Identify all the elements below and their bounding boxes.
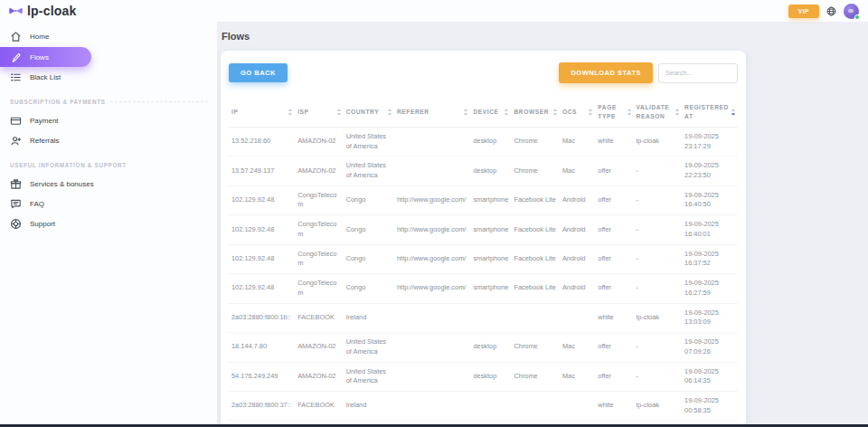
sort-icon (553, 109, 557, 116)
cell-browser: Chrome (511, 157, 559, 185)
table-row[interactable]: 54.176.249.249 AMAZON-02 United States o… (229, 362, 738, 391)
cell-ocs (560, 392, 595, 421)
sidebar-item-black-list[interactable]: Black List (0, 68, 217, 87)
column-header-inner: IP (231, 108, 292, 117)
cell-country: Congo (344, 185, 394, 214)
sidebar-item-label: Flows (30, 53, 49, 62)
cell-page-type: white (595, 392, 633, 421)
cell-device: desktop (470, 127, 511, 156)
cell-registered-at: 19-09-2025 06:14:35 (682, 362, 738, 391)
cell-browser: Facebook Lite (511, 274, 559, 303)
column-header[interactable]: IP (229, 98, 295, 127)
column-header[interactable]: ISP (295, 98, 343, 127)
cell-browser: Chrome (511, 333, 559, 362)
cell-ocs: Android (560, 215, 595, 244)
sidebar-item-home[interactable]: Home (0, 27, 217, 46)
cell-browser: Chrome (511, 362, 559, 391)
cell-validate-reason: - (634, 157, 682, 185)
sort-icon (675, 109, 679, 116)
column-header[interactable]: Browser (511, 98, 559, 127)
support-icon (10, 218, 22, 230)
cell-isp: FACEBOOK (295, 392, 343, 421)
app-logo[interactable]: lp-cloak (9, 4, 77, 18)
cell-browser: Facebook Lite (511, 185, 559, 214)
cell-referer: http://www.google.com/ (394, 244, 470, 273)
cell-country: Congo (344, 215, 394, 244)
column-header[interactable]: OCS (560, 98, 595, 127)
cell-ocs (560, 303, 595, 332)
column-header[interactable]: Page type (595, 98, 633, 127)
table-row[interactable]: 102.129.92.48 CongoTelecom Congo http://… (229, 274, 738, 303)
sidebar-item-label: Home (30, 33, 49, 41)
column-header[interactable]: Device (470, 98, 511, 127)
column-header-label: ISP (297, 108, 308, 117)
column-header[interactable]: Country (344, 98, 394, 127)
cell-country: United States of America (344, 333, 394, 362)
gift-icon (10, 178, 22, 190)
cell-page-type: offer (595, 362, 633, 391)
column-header-label: Browser (514, 108, 549, 117)
sort-icon (288, 109, 292, 116)
column-header-inner: Country (346, 108, 392, 117)
vip-button[interactable]: VIP (788, 5, 819, 18)
cell-validate-reason: lp-cloak (634, 303, 682, 332)
table-header-row: IP ISP (229, 98, 738, 127)
column-header[interactable]: Validate reason (634, 98, 682, 127)
logo-text: lp-cloak (27, 4, 77, 18)
home-icon (10, 31, 22, 43)
cell-referer (394, 127, 470, 156)
cell-registered-at: 19-09-2025 13:03:09 (682, 303, 738, 332)
column-header-label: Device (473, 108, 498, 117)
online-status-dot (854, 14, 860, 20)
cell-browser (511, 392, 559, 421)
cell-ip: 102.129.92.48 (229, 274, 295, 303)
table-row[interactable]: 102.129.92.48 CongoTelecom Congo http://… (229, 244, 738, 273)
cell-validate-reason: lp-cloak (634, 127, 682, 156)
column-header[interactable]: Registered at (682, 98, 738, 127)
sidebar-item-flows[interactable]: Flows (0, 47, 91, 67)
user-avatar[interactable] (844, 4, 859, 19)
sidebar-item-support[interactable]: Support (0, 214, 217, 233)
column-header-label: Country (346, 108, 380, 117)
sidebar-item-referrals[interactable]: Referrals (0, 131, 217, 150)
cell-referer (394, 303, 470, 332)
column-header-label: IP (231, 108, 238, 117)
cell-browser: Facebook Lite (511, 215, 559, 244)
sidebar-item-faq[interactable]: FAQ (0, 195, 217, 214)
table-row[interactable]: 2a03:2880:f800:37:: FACEBOOK Ireland whi… (229, 392, 738, 421)
go-back-button[interactable]: GO BACK (229, 63, 288, 82)
sidebar-item-payment[interactable]: Payment (0, 111, 217, 130)
main-content: Flows GO BACK DOWNLOAD STATS IP (217, 22, 868, 424)
cell-page-type: offer (595, 333, 633, 362)
download-stats-button[interactable]: DOWNLOAD STATS (559, 62, 653, 83)
table-row[interactable]: 13.57.249.137 AMAZON-02 United States of… (229, 157, 738, 185)
table-row[interactable]: 13.52.218.60 AMAZON-02 United States of … (229, 127, 738, 156)
column-header-inner: Referer (397, 108, 467, 117)
column-header[interactable]: Referer (394, 98, 470, 127)
cell-ip: 54.176.249.249 (229, 362, 295, 391)
cell-isp: AMAZON-02 (295, 127, 343, 156)
table-row[interactable]: 102.129.92.48 CongoTelecom Congo http://… (229, 215, 738, 244)
cell-isp: FACEBOOK (295, 303, 343, 332)
cell-ocs: Mac (560, 362, 595, 391)
table-row[interactable]: 18.144.7.80 AMAZON-02 United States of A… (229, 333, 738, 362)
column-header-inner: OCS (562, 108, 592, 117)
cell-ip: 2a03:2880:f800:1b:: (229, 303, 295, 332)
cell-ip: 102.129.92.48 (229, 215, 295, 244)
search-input[interactable] (658, 63, 738, 83)
card-toolbar: GO BACK DOWNLOAD STATS (229, 62, 738, 83)
cell-registered-at: 19-09-2025 16:37:52 (682, 244, 738, 273)
blacklist-icon (10, 71, 22, 83)
column-header-label: Registered at (684, 103, 730, 121)
cell-page-type: offer (595, 185, 633, 214)
table-row[interactable]: 102.129.92.48 CongoTelecom Congo http://… (229, 185, 738, 214)
sidebar-item-label: Support (30, 220, 55, 228)
table-row[interactable]: 2a03:2880:f800:1b:: FACEBOOK Ireland whi… (229, 303, 738, 332)
language-globe-icon[interactable] (826, 6, 836, 16)
faq-icon (10, 198, 22, 210)
cell-country: Ireland (344, 303, 394, 332)
sidebar-section-label: Subscription & payments (10, 99, 106, 105)
section-divider (110, 101, 208, 102)
sidebar: Home Flows Black List Subscription & pay… (0, 22, 217, 424)
sidebar-item-services-bonuses[interactable]: Services & bonuses (0, 175, 217, 194)
